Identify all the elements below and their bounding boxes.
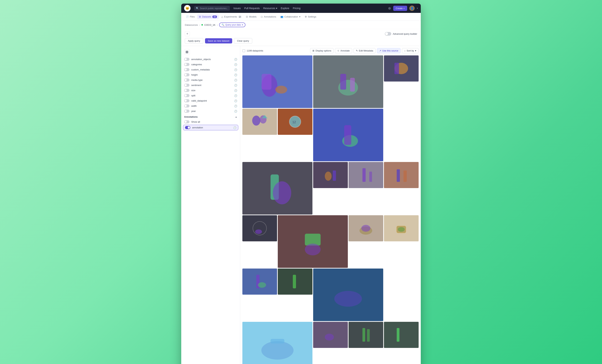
chevron-up-icon[interactable]: ▲ [235, 116, 237, 118]
nav-pull-requests[interactable]: Pull Requests [244, 7, 259, 10]
toggle-media-type[interactable] [184, 78, 189, 82]
image-item[interactable] [384, 55, 419, 82]
chevron-down-icon[interactable]: ▾ [417, 7, 418, 10]
add-filter-button[interactable]: + [185, 31, 190, 36]
filter-width[interactable]: width 🕐 [181, 103, 240, 108]
query-your-data[interactable]: 🔍 Query your data ▾ [219, 22, 245, 27]
breadcrumb-datasources[interactable]: Datasources [185, 24, 198, 26]
breadcrumb: Datasources › COCO_1K › 🔍 Query your dat… [181, 21, 421, 29]
nav-resources[interactable]: Resources ▾ [263, 7, 277, 10]
chevron-down-icon: ▾ [415, 49, 416, 52]
image-item[interactable] [313, 268, 383, 321]
chevron-down-icon: ▾ [276, 7, 277, 10]
create-button[interactable]: Create + [393, 6, 407, 11]
image-item[interactable] [384, 215, 419, 241]
top-nav: 🐱 🔍 Issues Pull Requests Resources ▾ Exp… [181, 4, 421, 13]
tab-collaboration[interactable]: 👥 Collaboration ▾ [279, 14, 302, 19]
image-item[interactable] [384, 322, 419, 348]
nav-issues[interactable]: Issues [233, 7, 241, 10]
image-item[interactable] [242, 162, 312, 214]
toggle-valid-datapoint[interactable] [184, 99, 189, 102]
filter-show-all[interactable]: Show all [181, 119, 240, 124]
nav-explore[interactable]: Explore [281, 7, 289, 10]
datapoints-count: 1199 datapoints [242, 49, 263, 52]
svg-rect-0 [186, 51, 187, 52]
avatar[interactable]: 👤 [409, 6, 415, 11]
tab-settings[interactable]: ⚙ Settings [303, 14, 318, 19]
filter-height[interactable]: height 🕐 [181, 72, 240, 77]
advanced-query-toggle: Advanced query builder [385, 32, 417, 36]
image-item[interactable] [242, 55, 312, 108]
image-item[interactable] [278, 215, 348, 268]
discord-icon[interactable]: ⊕ [388, 6, 391, 10]
toggle-sentiment[interactable] [184, 84, 189, 87]
filter-year[interactable]: year 🕐 [181, 108, 240, 114]
history-icon: 🕐 [234, 84, 237, 87]
image-item[interactable] [242, 268, 277, 295]
image-item[interactable]: 12 [278, 109, 312, 135]
image-item[interactable] [278, 268, 312, 295]
apply-query-button[interactable]: Apply query [185, 38, 203, 44]
filter-split[interactable]: split 🕐 [181, 93, 240, 98]
toggle-split[interactable] [184, 94, 189, 97]
filter-custom-metadata[interactable]: custom_metadata 🕐 [181, 67, 240, 72]
svg-rect-18 [344, 125, 351, 145]
display-options-button[interactable]: ⊞ Display options [310, 48, 333, 53]
image-item[interactable] [349, 215, 383, 241]
tab-models[interactable]: ⊡ Models [244, 14, 258, 19]
toggle-width[interactable] [184, 104, 189, 107]
image-item[interactable] [242, 322, 312, 364]
nav-pricing[interactable]: Pricing [293, 7, 301, 10]
toggle-annotation[interactable] [185, 126, 190, 129]
toggle-show-all[interactable] [184, 120, 189, 123]
use-source-button[interactable]: ↗ Use this source [377, 48, 401, 53]
models-icon: ⊡ [246, 15, 248, 18]
search-input[interactable] [200, 7, 228, 10]
svg-rect-44 [397, 328, 399, 342]
filter-media-type[interactable]: media type 🕐 [181, 77, 240, 83]
tab-annotations[interactable]: ◻ Annotations [259, 14, 278, 19]
save-dataset-button[interactable]: Save as new dataset [205, 38, 232, 43]
image-item[interactable] [313, 322, 348, 348]
image-item[interactable] [349, 162, 383, 188]
sort-by-button[interactable]: ↕ Sort by ▾ [402, 48, 419, 53]
select-all-checkbox[interactable] [242, 49, 245, 52]
image-item[interactable] [242, 215, 277, 241]
filter-sentiment[interactable]: sentiment 🕐 [181, 83, 240, 88]
toggle-custom-metadata[interactable] [184, 68, 189, 71]
image-item[interactable] [349, 322, 383, 348]
toggle-size[interactable] [184, 89, 189, 92]
svg-rect-25 [397, 169, 400, 182]
image-item[interactable] [313, 55, 383, 108]
image-item[interactable] [242, 109, 277, 135]
filter-annotation[interactable]: annotation 🕐 [183, 125, 238, 130]
search-icon: 🔍 [196, 7, 199, 10]
toggle-categories[interactable] [184, 63, 189, 66]
svg-point-41 [325, 334, 334, 340]
advanced-toggle-switch[interactable] [385, 32, 391, 36]
annotate-button[interactable]: ⊹ Annotate [335, 48, 352, 53]
grid-content: 1199 datapoints ⊞ Display options ⊹ Anno… [240, 46, 421, 364]
image-item[interactable] [313, 109, 383, 161]
filter-size[interactable]: size 🕐 [181, 88, 240, 93]
filter-annotation-objects[interactable]: annotation_objects 🕐 [181, 57, 240, 62]
tab-experiments[interactable]: △ Experiments 2 [219, 14, 243, 19]
edit-metadata-button[interactable]: ✎ Edit Metadata [354, 48, 376, 53]
filter-valid-datapoint[interactable]: valid_datapoint 🕐 [181, 98, 240, 103]
sidebar-grid-toggle[interactable] [184, 49, 190, 55]
toggle-annotation-objects[interactable] [184, 58, 189, 61]
chevron-down-icon: ▾ [299, 15, 301, 18]
tab-files[interactable]: 📄 Files [184, 14, 196, 19]
image-item[interactable] [384, 162, 419, 188]
search-bar[interactable]: 🔍 [194, 6, 230, 11]
app-window: 🐱 🔍 Issues Pull Requests Resources ▾ Exp… [181, 4, 421, 364]
filter-categories[interactable]: categories 🕐 [181, 62, 240, 67]
annotations-section-header: Annotations ▲ [181, 114, 240, 119]
clear-query-button[interactable]: Clear query [234, 38, 252, 44]
toggle-year[interactable] [184, 110, 189, 113]
app-logo[interactable]: 🐱 [184, 5, 191, 11]
image-item[interactable] [313, 162, 348, 188]
tab-datasets[interactable]: ⊞ Datasets 43 [197, 14, 219, 19]
breadcrumb-dataset[interactable]: COCO_1K [204, 24, 215, 26]
toggle-height[interactable] [184, 73, 189, 76]
